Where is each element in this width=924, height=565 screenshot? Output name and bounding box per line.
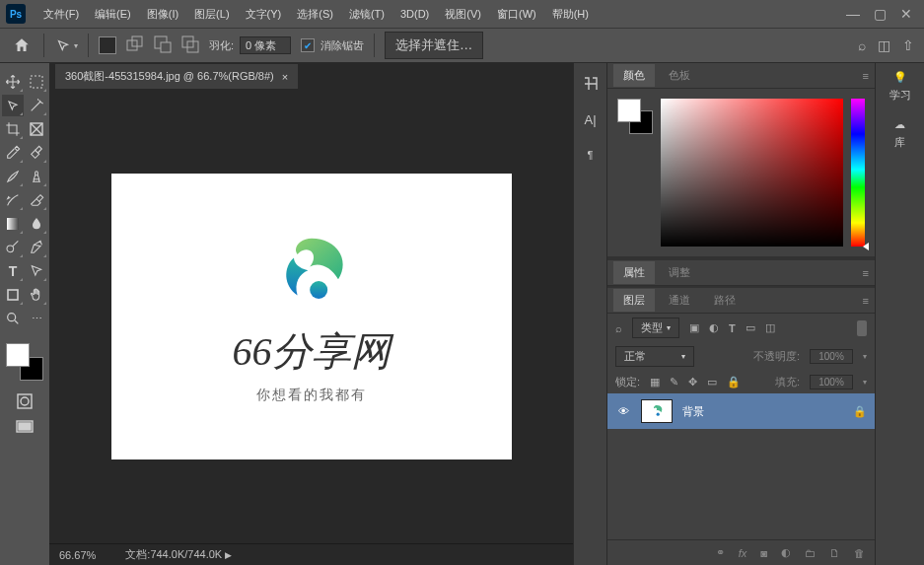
window-minimize-icon[interactable]: —: [846, 6, 860, 22]
crop-tool[interactable]: [2, 118, 24, 140]
document-tab[interactable]: 360截图-455315984.jpg @ 66.7%(RGB/8#) ×: [55, 64, 298, 89]
window-maximize-icon[interactable]: ▢: [874, 6, 887, 22]
zoom-level[interactable]: 66.67%: [59, 549, 96, 561]
search-icon[interactable]: ⌕: [858, 37, 866, 53]
quick-mask-icon[interactable]: [14, 390, 36, 412]
filter-type-icon[interactable]: T: [729, 322, 736, 334]
tab-layers[interactable]: 图层: [613, 289, 655, 312]
layer-lock-icon[interactable]: 🔒: [853, 405, 867, 418]
lock-brush-icon[interactable]: ✎: [670, 376, 678, 388]
antialias-checkbox[interactable]: ✔: [301, 38, 315, 52]
delete-layer-icon[interactable]: 🗑: [854, 547, 865, 559]
menu-layer[interactable]: 图层(L): [186, 7, 237, 22]
character-panel-icon[interactable]: A|: [580, 108, 602, 130]
layer-mask-icon[interactable]: ◙: [760, 547, 767, 559]
layer-name[interactable]: 背景: [682, 404, 704, 419]
feather-input[interactable]: [240, 36, 291, 54]
fg-bg-swatches[interactable]: [6, 343, 43, 381]
fill-adjust-icon[interactable]: ◐: [781, 546, 791, 559]
learn-panel-toggle[interactable]: 💡 学习: [889, 71, 911, 103]
menu-file[interactable]: 文件(F): [36, 7, 87, 22]
selection-mode-add[interactable]: [126, 35, 144, 55]
lasso-tool[interactable]: [2, 95, 24, 116]
layer-row[interactable]: 👁 背景 🔒: [607, 393, 875, 429]
marquee-tool[interactable]: [26, 71, 47, 93]
selection-mode-intersect[interactable]: [181, 35, 199, 55]
filter-kind-dropdown[interactable]: 类型 ▾: [632, 318, 679, 338]
panel-menu-icon[interactable]: ≡: [863, 295, 869, 307]
tool-preset[interactable]: ▾: [54, 36, 78, 54]
shape-tool[interactable]: [2, 284, 24, 306]
path-select-tool[interactable]: [26, 260, 47, 282]
menu-type[interactable]: 文字(Y): [238, 7, 290, 22]
panel-menu-icon[interactable]: ≡: [863, 267, 869, 279]
frame-tool[interactable]: [26, 118, 47, 140]
healing-brush-tool[interactable]: [26, 142, 47, 164]
menu-edit[interactable]: 编辑(E): [87, 7, 139, 22]
group-icon[interactable]: 🗀: [805, 547, 816, 559]
filter-shape-icon[interactable]: ▭: [746, 321, 755, 334]
lock-all-icon[interactable]: 🔒: [727, 376, 741, 388]
filter-toggle[interactable]: [857, 320, 867, 336]
menu-help[interactable]: 帮助(H): [544, 7, 597, 22]
select-and-mask-button[interactable]: 选择并遮住…: [385, 32, 483, 59]
paragraph-styles-icon[interactable]: [580, 73, 602, 95]
brush-tool[interactable]: [2, 166, 24, 187]
clone-stamp-tool[interactable]: [26, 166, 47, 187]
menu-3d[interactable]: 3D(D): [392, 8, 437, 20]
history-brush-tool[interactable]: [2, 189, 24, 211]
hand-tool[interactable]: [26, 284, 47, 306]
hue-slider[interactable]: [851, 99, 865, 247]
arrange-docs-icon[interactable]: ◫: [878, 37, 890, 53]
magic-wand-tool[interactable]: [26, 95, 47, 116]
lock-pixels-icon[interactable]: ▦: [650, 376, 660, 388]
libraries-panel-toggle[interactable]: ☁ 库: [894, 118, 905, 150]
blur-tool[interactable]: [26, 213, 47, 235]
color-field[interactable]: [661, 99, 843, 247]
new-layer-icon[interactable]: 🗋: [829, 547, 840, 559]
tab-paths[interactable]: 路径: [704, 289, 746, 312]
gradient-tool[interactable]: [2, 213, 24, 235]
tab-channels[interactable]: 通道: [659, 289, 700, 312]
lock-position-icon[interactable]: ✥: [688, 376, 697, 388]
link-layers-icon[interactable]: ⚭: [716, 546, 725, 559]
pen-tool[interactable]: [26, 237, 47, 258]
blend-mode-dropdown[interactable]: 正常 ▾: [615, 346, 694, 367]
filter-adjust-icon[interactable]: ◐: [709, 321, 719, 334]
paragraph-panel-icon[interactable]: ¶: [580, 144, 602, 166]
close-tab-icon[interactable]: ×: [282, 71, 288, 83]
layer-fx-icon[interactable]: fx: [739, 547, 747, 559]
filter-search-icon[interactable]: ⌕: [615, 322, 622, 334]
home-icon[interactable]: [10, 34, 34, 57]
panel-fg-bg-swatches[interactable]: [617, 99, 653, 134]
tab-adjustments[interactable]: 调整: [659, 261, 700, 284]
tab-swatches[interactable]: 色板: [659, 64, 700, 87]
menu-view[interactable]: 视图(V): [437, 7, 489, 22]
eraser-tool[interactable]: [26, 189, 47, 211]
menu-image[interactable]: 图像(I): [139, 7, 186, 22]
tab-properties[interactable]: 属性: [613, 261, 655, 284]
tab-color[interactable]: 颜色: [613, 64, 655, 87]
menu-select[interactable]: 选择(S): [289, 7, 341, 22]
panel-menu-icon[interactable]: ≡: [863, 70, 869, 82]
screen-mode-icon[interactable]: [14, 416, 36, 438]
fg-color-swatch[interactable]: [6, 343, 30, 367]
menu-window[interactable]: 窗口(W): [489, 7, 544, 22]
dodge-tool[interactable]: [2, 237, 24, 258]
selection-mode-subtract[interactable]: [154, 35, 172, 55]
canvas-area[interactable]: 66分享网 你想看的我都有: [49, 89, 573, 543]
visibility-eye-icon[interactable]: 👁: [615, 405, 631, 417]
zoom-tool[interactable]: [2, 308, 24, 329]
filter-smart-icon[interactable]: ◫: [765, 321, 775, 334]
selection-mode-new[interactable]: [99, 36, 116, 54]
window-close-icon[interactable]: ✕: [900, 6, 912, 22]
lock-artboard-icon[interactable]: ▭: [707, 376, 717, 388]
fill-field[interactable]: 100%: [810, 375, 853, 389]
share-icon[interactable]: ⇧: [902, 37, 914, 53]
move-tool[interactable]: [2, 71, 24, 93]
filter-pixel-icon[interactable]: ▣: [689, 321, 699, 334]
menu-filter[interactable]: 滤镜(T): [341, 7, 392, 22]
eyedropper-tool[interactable]: [2, 142, 24, 164]
type-tool[interactable]: T: [2, 260, 24, 282]
doc-info[interactable]: 文档:744.0K/744.0K ▶: [125, 547, 232, 562]
